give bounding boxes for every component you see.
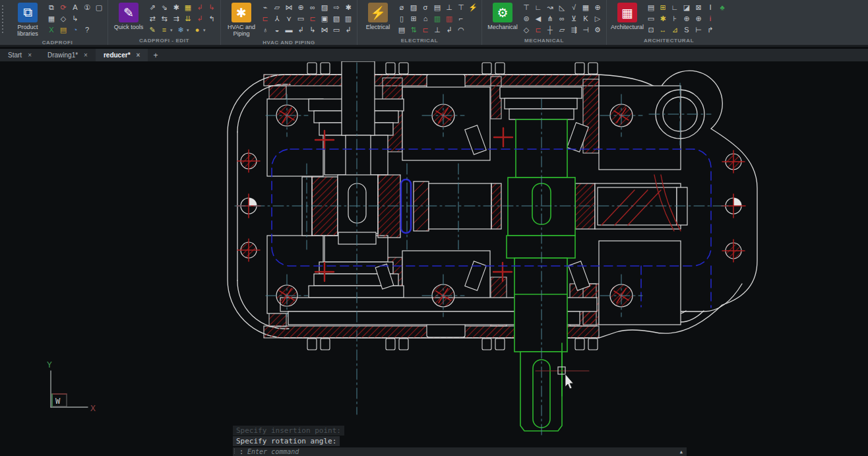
tool-icon[interactable]: ◒	[271, 25, 283, 35]
tool-icon[interactable]: ∟	[669, 3, 681, 13]
tool-icon[interactable]: ◇	[57, 14, 69, 24]
tool-icon[interactable]: ⌀	[396, 3, 408, 13]
tool-icon[interactable]: ↲	[443, 25, 455, 35]
tool-icon[interactable]: ⧉	[46, 3, 57, 13]
tool-icon[interactable]: ↲	[194, 3, 206, 13]
tool-icon[interactable]: ⇉	[170, 14, 182, 24]
tab-close-icon[interactable]: ×	[28, 51, 32, 59]
tool-icon[interactable]: ▷	[592, 14, 604, 24]
tool-icon[interactable]: ↔	[657, 25, 669, 35]
tool-icon[interactable]: ▱	[271, 3, 283, 13]
tool-icon[interactable]: i	[704, 14, 716, 24]
tool-icon[interactable]: ▨	[408, 3, 419, 13]
tool-icon[interactable]: ∟	[532, 3, 544, 13]
tool-icon[interactable]: ⊤	[520, 3, 532, 13]
tool-icon[interactable]: K	[580, 14, 592, 24]
tool-icon[interactable]: ◠	[455, 25, 467, 35]
tool-icon[interactable]: ▦	[580, 3, 592, 13]
tool-icon[interactable]: ⅄	[271, 14, 283, 24]
tool-icon[interactable]: ≡	[158, 25, 170, 35]
toolbar-drag-handle[interactable]	[1, 5, 7, 34]
tool-icon[interactable]: ⊦	[669, 14, 681, 24]
tool-icon[interactable]: ⇆	[158, 14, 170, 24]
tool-icon[interactable]: ⋎	[283, 14, 295, 24]
dropdown-arrow-icon[interactable]: ▾	[170, 28, 175, 33]
tool-icon[interactable]: ▯	[396, 14, 408, 24]
tool-icon[interactable]: ⊥	[443, 3, 455, 13]
tool-icon[interactable]: ▢	[93, 3, 105, 13]
tool-icon[interactable]: ⌐	[455, 14, 467, 24]
tool-icon[interactable]: ⇅	[408, 25, 419, 35]
output-shaft-green[interactable]	[507, 119, 575, 431]
tool-icon[interactable]: ①	[81, 3, 93, 13]
tool-icon[interactable]: ⌁	[259, 3, 271, 13]
tool-icon[interactable]: ⇄	[146, 14, 158, 24]
tool-icon[interactable]: ♣	[716, 3, 728, 13]
tool-icon[interactable]: √	[568, 3, 580, 13]
tool-icon[interactable]: ↝	[544, 3, 556, 13]
tool-icon[interactable]: ↳	[307, 25, 319, 35]
tool-icon[interactable]: ⊻	[568, 14, 580, 24]
tool-icon[interactable]: ⊠	[693, 3, 704, 13]
tool-icon[interactable]: ⊿	[669, 25, 681, 35]
tool-icon[interactable]: ▭	[330, 25, 342, 35]
tool-icon[interactable]: ✱	[170, 3, 182, 13]
tool-icon[interactable]: ⊏	[419, 25, 431, 35]
tool-icon[interactable]: ⊢	[693, 25, 704, 35]
tool-icon[interactable]: ⊕	[681, 14, 693, 24]
tool-icon[interactable]: ⟳	[57, 3, 69, 13]
tool-icon[interactable]: ◺	[556, 3, 568, 13]
tool-icon[interactable]: X	[46, 25, 57, 35]
tool-icon[interactable]: ∞	[556, 14, 568, 24]
tool-icon[interactable]: ↳	[206, 3, 218, 13]
tab-start[interactable]: Start×	[0, 49, 40, 61]
tool-icon[interactable]: ▤	[57, 25, 69, 35]
tool-icon[interactable]: ▦	[182, 3, 194, 13]
command-expand-icon[interactable]: ▲	[680, 449, 687, 455]
tool-icon[interactable]: A	[69, 3, 81, 13]
big-button-mechanical[interactable]: ⚙Mechanical	[485, 0, 520, 36]
tool-icon[interactable]: ⊞	[657, 3, 669, 13]
tool-icon[interactable]: ⊣	[580, 25, 592, 35]
tool-icon[interactable]: ⊞	[408, 14, 419, 24]
tool-icon[interactable]: ▥	[431, 14, 443, 24]
tab-drawing1[interactable]: Drawing1*×	[40, 49, 96, 61]
command-input-bar[interactable]: : Enter command ▲	[233, 447, 687, 456]
big-button-product-libraries[interactable]: ⧉Product libraries	[10, 0, 46, 38]
tool-icon[interactable]: ▣	[319, 14, 330, 24]
tool-icon[interactable]: ⋈	[283, 3, 295, 13]
tool-icon[interactable]: ✱	[657, 14, 669, 24]
big-button-architectural[interactable]: ▦Architectural	[609, 0, 645, 36]
tool-icon[interactable]: ↲	[342, 25, 354, 35]
tool-icon[interactable]: ⊡	[645, 25, 657, 35]
tool-icon[interactable]: ↱	[704, 25, 716, 35]
tool-icon[interactable]: ⊥	[431, 25, 443, 35]
tool-icon[interactable]: ⊕	[693, 14, 704, 24]
tool-icon[interactable]: ▬	[283, 25, 295, 35]
tool-icon[interactable]: ⊕	[592, 3, 604, 13]
tool-icon[interactable]: ?	[81, 25, 93, 35]
tool-icon[interactable]: ⊚	[520, 14, 532, 24]
tool-icon[interactable]: ⋈	[319, 25, 330, 35]
tool-icon[interactable]: ▧	[330, 14, 342, 24]
tool-icon[interactable]: ▥	[443, 14, 455, 24]
command-bar-grip[interactable]	[234, 449, 237, 455]
tool-icon[interactable]: ∞	[307, 3, 319, 13]
tool-icon[interactable]: ⌂	[419, 14, 431, 24]
dropdown-arrow-icon[interactable]: ▾	[203, 28, 208, 33]
tab-reducer[interactable]: reducer*×	[96, 49, 148, 61]
tool-icon[interactable]: ✎	[146, 25, 158, 35]
tool-icon[interactable]: ↲	[295, 25, 307, 35]
tool-icon[interactable]: ♁	[259, 25, 271, 35]
tool-icon[interactable]: ⊏	[307, 14, 319, 24]
tool-icon[interactable]: ▱	[556, 25, 568, 35]
tool-icon[interactable]: ⇶	[568, 25, 580, 35]
tool-icon[interactable]: ▦	[46, 14, 57, 24]
command-input[interactable]: Enter command	[247, 448, 680, 455]
tool-icon[interactable]: ◇	[520, 25, 532, 35]
tool-icon[interactable]: σ	[419, 3, 431, 13]
tool-icon[interactable]: ▭	[295, 14, 307, 24]
tool-icon[interactable]: ⇗	[146, 3, 158, 13]
tool-icon[interactable]: ❄	[175, 25, 187, 35]
drawing-canvas[interactable]: Y X W	[0, 61, 868, 456]
